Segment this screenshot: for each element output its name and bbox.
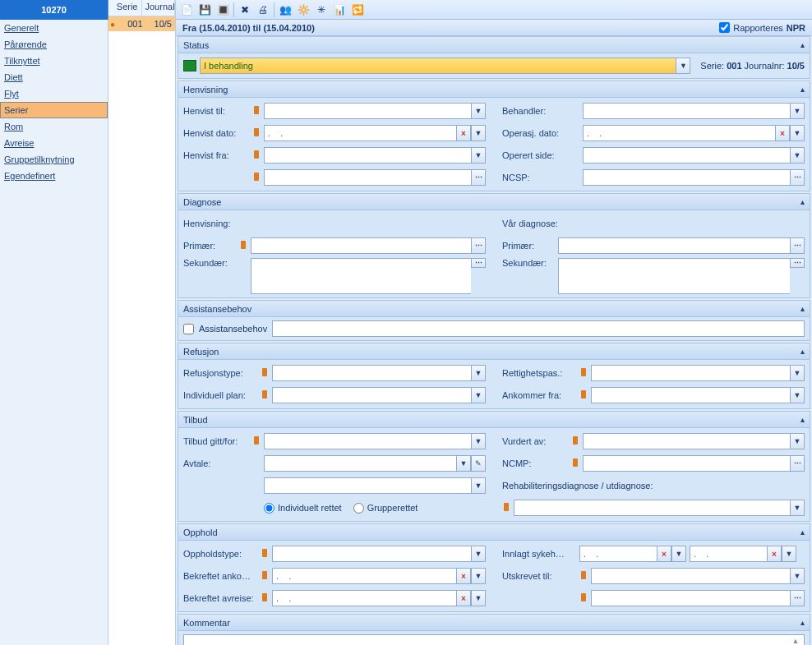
dropdown-icon[interactable]: ▼ xyxy=(471,546,486,562)
sidebar-item-egendefinert[interactable]: Egendefinert xyxy=(0,168,108,184)
dropdown-icon[interactable]: ▼ xyxy=(471,147,486,164)
behandler-field[interactable]: ▼ xyxy=(583,103,805,119)
clear-icon[interactable]: × xyxy=(456,125,471,141)
toolbar-button-2[interactable]: 🔳 xyxy=(215,2,230,17)
bekreftet-anko-field[interactable]: ×▼ xyxy=(272,568,486,584)
dropdown-icon[interactable]: ▼ xyxy=(790,568,805,584)
innlagt-date2-field[interactable]: ×▼ xyxy=(690,546,796,562)
sekund-left-field[interactable]: ⋯ xyxy=(251,258,486,294)
primar-left-field[interactable]: ⋯ xyxy=(251,237,486,254)
toolbar-button-3[interactable]: ✖ xyxy=(238,2,252,17)
avtale-field[interactable]: ▼✎ xyxy=(264,455,486,472)
ncsp-field[interactable]: ⋯ xyxy=(583,169,805,186)
sidebar-item-generelt[interactable]: Generelt xyxy=(0,20,108,36)
sidebar-item-gruppetilknytning[interactable]: Gruppetilknytning xyxy=(0,151,108,168)
avtale-sub-field[interactable]: ▼ xyxy=(264,477,486,494)
henvist-til-field[interactable]: ▼ xyxy=(264,103,486,119)
sidebar-item-avreise[interactable]: Avreise xyxy=(0,135,108,151)
toolbar-button-4[interactable]: 🖨 xyxy=(256,2,270,17)
dropdown-icon[interactable]: ▼ xyxy=(790,125,805,141)
table-row[interactable]: ● 001 10/5 xyxy=(108,16,175,31)
status-field[interactable]: I behandling ▼ xyxy=(200,58,690,74)
lookup-icon[interactable]: ⋯ xyxy=(790,258,805,268)
clear-icon[interactable]: × xyxy=(456,568,471,584)
lookup-icon[interactable]: ⋯ xyxy=(790,237,805,254)
toolbar-button-0[interactable]: 📄 xyxy=(179,2,194,17)
sidebar-item-diett[interactable]: Diett xyxy=(0,69,108,85)
dropdown-icon[interactable]: ▼ xyxy=(790,103,805,119)
clear-icon[interactable]: × xyxy=(775,125,790,141)
sidebar-item-pårørende[interactable]: Pårørende xyxy=(0,36,108,53)
vurdert-av-field[interactable]: ▼ xyxy=(583,433,805,449)
clear-icon[interactable]: × xyxy=(767,546,782,562)
panel-header-henvisning[interactable]: Henvisning ▴ xyxy=(178,81,810,98)
toolbar-button-9[interactable]: 🔁 xyxy=(350,2,365,17)
lookup-icon[interactable]: ⋯ xyxy=(471,169,486,186)
toolbar-button-7[interactable]: ✳ xyxy=(314,2,329,17)
panel-header-kommentar[interactable]: Kommentar ▴ xyxy=(178,615,810,631)
dropdown-icon[interactable]: ▼ xyxy=(471,590,486,606)
operert-side-field[interactable]: ▼ xyxy=(583,147,805,164)
dropdown-icon[interactable]: ▼ xyxy=(471,433,486,449)
oppholdstype-field[interactable]: ▼ xyxy=(272,546,486,562)
lookup-icon[interactable]: ⋯ xyxy=(790,455,805,472)
utskrevet-detail-field[interactable]: ⋯ xyxy=(591,590,805,606)
panel-header-tilbud[interactable]: Tilbud ▴ xyxy=(178,412,810,428)
dropdown-icon[interactable]: ▼ xyxy=(782,546,796,562)
panel-header-assistanse[interactable]: Assistansebehov ▴ xyxy=(178,301,810,317)
scrollbar-icon[interactable]: ▲ xyxy=(789,637,802,645)
lookup-icon[interactable]: ⋯ xyxy=(471,237,486,254)
clear-icon[interactable]: × xyxy=(657,546,671,562)
dropdown-icon[interactable]: ▼ xyxy=(790,147,805,164)
refusjonstype-field[interactable]: ▼ xyxy=(272,365,486,381)
sidebar-item-rom[interactable]: Rom xyxy=(0,118,108,135)
dropdown-icon[interactable]: ▼ xyxy=(790,433,805,449)
npr-checkbox[interactable]: Rapporteres NPR xyxy=(719,22,805,33)
dropdown-icon[interactable]: ▼ xyxy=(790,500,805,516)
tilbud-gitt-field[interactable]: ▼ xyxy=(264,433,486,449)
toolbar-button-6[interactable]: 🔆 xyxy=(296,2,311,17)
assistanse-checkbox[interactable] xyxy=(183,324,194,334)
panel-header-status[interactable]: Status ▴ xyxy=(178,37,810,53)
rehab-field[interactable]: ▼ xyxy=(514,500,805,516)
col-journal[interactable]: Journaln xyxy=(142,0,176,16)
henvist-fra-field[interactable]: ▼ xyxy=(264,147,486,164)
dropdown-icon[interactable]: ▼ xyxy=(471,568,486,584)
dropdown-icon[interactable]: ▼ xyxy=(671,546,686,562)
dropdown-icon[interactable]: ▼ xyxy=(471,387,486,403)
utskrevet-field[interactable]: ▼ xyxy=(591,568,805,584)
dropdown-icon[interactable]: ▼ xyxy=(790,387,805,403)
panel-header-refusjon[interactable]: Refusjon ▴ xyxy=(178,343,810,360)
bekreftet-avreise-field[interactable]: ×▼ xyxy=(272,590,486,606)
toolbar-button-1[interactable]: 💾 xyxy=(197,2,212,17)
lookup-icon[interactable]: ⋯ xyxy=(790,590,805,606)
dropdown-icon[interactable]: ▼ xyxy=(471,125,486,141)
clear-icon[interactable]: × xyxy=(456,590,471,606)
assistanse-field[interactable] xyxy=(272,320,805,337)
henvist-dato-field[interactable]: ×▼ xyxy=(264,125,486,141)
dropdown-icon[interactable]: ▼ xyxy=(676,58,690,74)
toolbar-button-8[interactable]: 📊 xyxy=(332,2,347,17)
dropdown-icon[interactable]: ▼ xyxy=(471,477,486,494)
lookup-icon[interactable]: ⋯ xyxy=(471,258,486,268)
sidebar-item-flyt[interactable]: Flyt xyxy=(0,85,108,102)
ncmp-field[interactable]: ⋯ xyxy=(583,455,805,472)
rettighetspas-field[interactable]: ▼ xyxy=(591,365,805,381)
henvist-fra-detail-field[interactable]: ⋯ xyxy=(264,169,486,186)
ankommer-fra-field[interactable]: ▼ xyxy=(591,387,805,403)
avtale-extra-icon[interactable]: ✎ xyxy=(471,455,486,472)
individuell-plan-field[interactable]: ▼ xyxy=(272,387,486,403)
col-serie[interactable]: Serie xyxy=(108,0,142,16)
dropdown-icon[interactable]: ▼ xyxy=(471,365,486,381)
panel-header-opphold[interactable]: Opphold ▴ xyxy=(178,524,810,541)
innlagt-date1-field[interactable]: ×▼ xyxy=(579,546,686,562)
primar-right-field[interactable]: ⋯ xyxy=(558,237,805,254)
dropdown-icon[interactable]: ▼ xyxy=(471,103,486,119)
toolbar-button-5[interactable]: 👥 xyxy=(278,2,293,17)
dropdown-icon[interactable]: ▼ xyxy=(456,455,471,472)
radio-gruppe[interactable]: Grupperettet xyxy=(353,503,418,514)
lookup-icon[interactable]: ⋯ xyxy=(790,169,805,186)
radio-individuelt[interactable]: Individuelt rettet xyxy=(264,503,342,514)
panel-header-diagnose[interactable]: Diagnose ▴ xyxy=(178,194,810,210)
sidebar-item-tilknyttet[interactable]: Tilknyttet xyxy=(0,53,108,69)
